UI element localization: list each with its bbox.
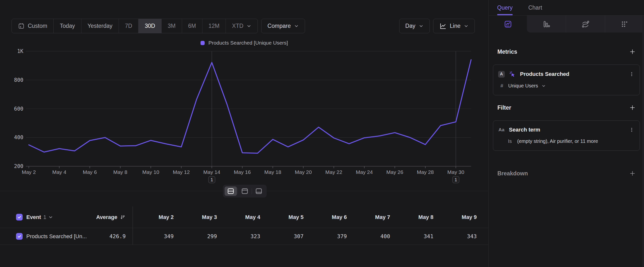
string-type-badge: Aa xyxy=(498,127,505,133)
cell-value-may-2: 349 xyxy=(133,233,176,239)
x-tick-label: May 26 xyxy=(386,169,404,175)
average-column-header[interactable]: Average xyxy=(96,214,126,220)
x-tick-label: May 16 xyxy=(234,169,251,175)
column-header-may-2[interactable]: May 2 xyxy=(133,214,176,220)
x-tick-label: May 30 xyxy=(448,169,464,175)
date-range-7d[interactable]: 7D xyxy=(119,19,138,33)
add-metric-button[interactable] xyxy=(629,48,636,55)
cell-value-may-8: 341 xyxy=(392,233,436,239)
column-header-may-6[interactable]: May 6 xyxy=(306,214,349,220)
date-range-xtd[interactable]: XTD xyxy=(226,19,258,33)
kebab-menu-icon[interactable] xyxy=(629,127,635,133)
chart-controls: Day Line xyxy=(399,19,475,33)
add-filter-button[interactable] xyxy=(629,104,636,111)
y-tick-label: 800 xyxy=(14,77,23,83)
x-tick-label: May 4 xyxy=(52,169,66,175)
metric-letter-badge: A xyxy=(498,71,505,78)
layout-toggle-chart-view[interactable] xyxy=(253,186,265,196)
column-header-may-4[interactable]: May 4 xyxy=(220,214,263,220)
chevron-down-icon xyxy=(542,84,546,88)
date-range-12m[interactable]: 12M xyxy=(202,19,226,33)
x-tick-label: May 20 xyxy=(295,169,312,175)
check-icon xyxy=(17,215,22,219)
filter-condition-row[interactable]: Is (empty string), Air purifier, or 11 m… xyxy=(498,138,635,144)
metrics-title: Metrics xyxy=(498,49,517,55)
date-range-yesterday[interactable]: Yesterday xyxy=(82,19,119,33)
y-tick-label: 1K xyxy=(17,48,24,54)
line-chart-icon xyxy=(439,23,447,30)
check-icon xyxy=(17,234,22,239)
aggregation-prefix: # xyxy=(499,83,505,89)
chart-type-label: Line xyxy=(450,23,460,29)
main-area: CustomTodayYesterday7D30D3M6M12MXTD Comp… xyxy=(0,0,488,267)
breakdown-title: Breakdown xyxy=(498,170,528,177)
column-header-may-9[interactable]: May 9 xyxy=(436,214,479,220)
table-date-values: 349299323307379400341343 xyxy=(133,233,479,239)
chart-type-dropdown[interactable]: Line xyxy=(433,19,475,33)
date-range-3m[interactable]: 3M xyxy=(162,19,182,33)
layout-toggle-split-view[interactable] xyxy=(224,186,237,196)
view-tab-bars[interactable] xyxy=(527,16,566,33)
chevron-down-icon xyxy=(294,24,299,29)
tab-chart[interactable]: Chart xyxy=(528,0,542,15)
chevron-down-icon[interactable] xyxy=(48,215,53,220)
date-range-6m[interactable]: 6M xyxy=(182,19,202,33)
filter-card-row: Aa Search term xyxy=(498,127,635,133)
cell-value-may-6: 379 xyxy=(306,233,349,239)
column-header-may-3[interactable]: May 3 xyxy=(176,214,220,220)
row-checkbox[interactable] xyxy=(16,233,23,240)
column-header-may-7[interactable]: May 7 xyxy=(349,214,392,220)
y-tick-label: 600 xyxy=(14,106,23,112)
select-all-checkbox[interactable] xyxy=(16,214,23,220)
cell-value-may-5: 307 xyxy=(263,233,306,239)
filter-card[interactable]: Aa Search term Is (empty string), Air pu… xyxy=(493,120,640,151)
x-tick-label: May 8 xyxy=(113,169,127,175)
series-line xyxy=(29,60,471,153)
breakdown-section-header: Breakdown xyxy=(493,170,640,177)
x-tick-label: May 12 xyxy=(173,169,190,175)
view-tab-flows[interactable] xyxy=(566,16,605,33)
row-label: Products Searched [Un... xyxy=(26,233,87,240)
calendar-icon xyxy=(18,23,24,29)
date-range-custom[interactable]: Custom xyxy=(12,19,54,33)
view-tab-grid[interactable] xyxy=(605,16,644,33)
plus-icon xyxy=(629,104,636,111)
column-header-may-5[interactable]: May 5 xyxy=(263,214,306,220)
add-breakdown-button[interactable] xyxy=(629,170,636,177)
panel-scrollbar[interactable] xyxy=(642,16,644,267)
filter-property-name: Search term xyxy=(509,127,540,133)
chevron-down-icon xyxy=(464,24,468,29)
row-average-value: 426.9 xyxy=(110,233,126,239)
view-type-strip xyxy=(489,16,644,33)
grid-icon xyxy=(620,20,629,28)
date-range-today[interactable]: Today xyxy=(54,19,81,33)
metric-aggregation-row[interactable]: # Unique Users xyxy=(498,83,635,89)
tab-query[interactable]: Query xyxy=(497,0,513,15)
granularity-dropdown[interactable]: Day xyxy=(399,19,430,33)
y-tick-label: 200 xyxy=(14,163,23,169)
kebab-menu-icon[interactable] xyxy=(629,71,635,77)
view-tab-insights[interactable] xyxy=(489,16,527,33)
active-tab-underline xyxy=(497,14,513,15)
bar-chart-icon xyxy=(542,20,550,28)
column-header-may-8[interactable]: May 8 xyxy=(392,214,436,220)
chevron-down-icon xyxy=(419,24,424,29)
view-tabs-inactive-group xyxy=(527,16,644,33)
compare-button[interactable]: Compare xyxy=(261,19,305,33)
y-tick-label: 400 xyxy=(14,134,23,140)
plus-icon xyxy=(629,48,636,55)
query-builder: Metrics A Products Searched # Unique Use… xyxy=(489,48,644,177)
layout-toggle-table-view[interactable] xyxy=(238,186,251,196)
metric-card-row: A Products Searched xyxy=(498,71,635,78)
x-tick-label: May 6 xyxy=(83,169,97,175)
date-range-30d[interactable]: 30D xyxy=(138,19,161,33)
annotation-badge-label: 1 xyxy=(210,177,213,182)
x-tick-label: May 24 xyxy=(356,169,373,175)
metric-card[interactable]: A Products Searched # Unique Users xyxy=(493,65,640,95)
x-tick-label: May 10 xyxy=(142,169,160,175)
insights-icon xyxy=(504,20,512,28)
date-range-group: CustomTodayYesterday7D30D3M6M12MXTD xyxy=(12,19,258,33)
aggregation-label: Unique Users xyxy=(508,83,538,89)
x-tick-label: May 22 xyxy=(326,169,342,175)
toolbar: CustomTodayYesterday7D30D3M6M12MXTD Comp… xyxy=(12,19,475,33)
